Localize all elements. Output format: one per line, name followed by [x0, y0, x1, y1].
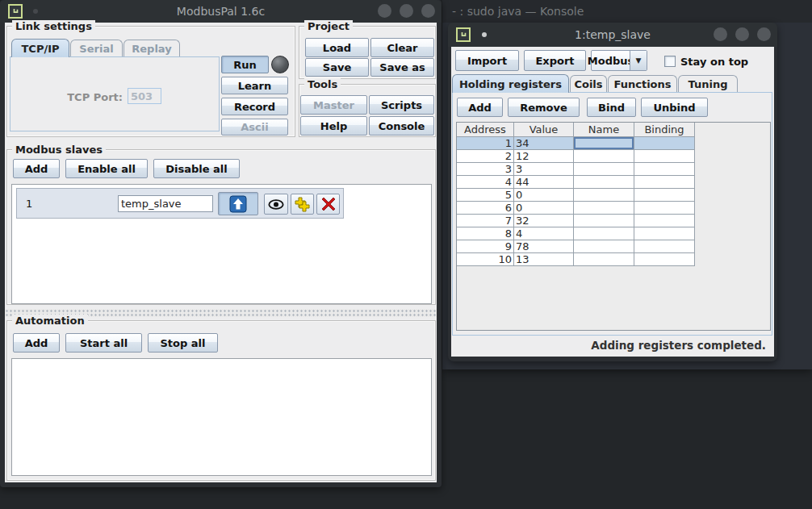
save-as-button[interactable]: Save as — [370, 58, 434, 77]
tab-coils[interactable]: Coils — [570, 75, 607, 93]
register-cell[interactable] — [634, 137, 695, 150]
stop-all-button[interactable]: Stop all — [148, 333, 218, 353]
minimize-button[interactable] — [378, 4, 391, 18]
register-cell[interactable]: 10 — [457, 253, 514, 266]
register-cell[interactable] — [574, 240, 634, 253]
column-header-name[interactable]: Name — [574, 123, 634, 137]
register-cell[interactable]: 0 — [514, 202, 574, 215]
help-button[interactable]: Help — [300, 116, 367, 136]
register-cell[interactable] — [634, 215, 695, 227]
register-row[interactable]: 60 — [457, 202, 770, 215]
register-cell[interactable]: 3 — [514, 163, 574, 176]
disable-all-button[interactable]: Disable all — [153, 159, 240, 178]
register-row[interactable]: 444 — [457, 176, 770, 189]
slave-enabled-toggle[interactable] — [218, 192, 258, 215]
column-header-address[interactable]: Address — [457, 123, 514, 137]
export-button[interactable]: Export — [524, 50, 586, 71]
delete-slave-button[interactable] — [316, 194, 340, 215]
register-cell[interactable]: 44 — [514, 176, 574, 189]
close-button[interactable] — [757, 27, 771, 41]
register-cell[interactable] — [634, 240, 695, 253]
register-cell[interactable] — [574, 176, 634, 189]
mode-combobox[interactable]: Modbus ▼ — [591, 50, 647, 71]
register-cell[interactable] — [634, 202, 695, 215]
column-header-binding[interactable]: Binding — [634, 123, 695, 137]
start-all-button[interactable]: Start all — [65, 333, 142, 353]
register-cell[interactable]: 13 — [514, 253, 574, 266]
register-cell[interactable]: 4 — [457, 176, 514, 189]
register-cell[interactable] — [634, 150, 695, 163]
register-cell[interactable] — [574, 189, 634, 202]
register-cell[interactable]: 9 — [457, 240, 514, 253]
run-button[interactable]: Run — [221, 56, 269, 73]
slave-row[interactable]: 1 — [16, 188, 344, 219]
register-remove-button[interactable]: Remove — [508, 98, 580, 117]
register-row[interactable]: 732 — [457, 215, 770, 227]
register-cell[interactable] — [574, 150, 634, 163]
register-cell[interactable]: 4 — [514, 227, 574, 240]
register-cell[interactable] — [634, 253, 695, 266]
register-cell[interactable]: 1 — [457, 137, 514, 150]
register-cell[interactable]: 7 — [457, 215, 514, 227]
slave-body: Import Export Modbus ▼ Stay on top Holdi… — [451, 47, 774, 357]
column-header-value[interactable]: Value — [514, 123, 574, 137]
modbuspal-titlebar[interactable]: ModbusPal 1.6c — [0, 0, 442, 23]
add-automation-button[interactable] — [291, 194, 314, 215]
register-cell[interactable] — [574, 163, 634, 176]
register-row[interactable]: 50 — [457, 189, 770, 202]
register-cell[interactable] — [634, 189, 695, 202]
unbind-button[interactable]: Unbind — [641, 98, 708, 117]
bind-button[interactable]: Bind — [587, 98, 636, 117]
enable-all-button[interactable]: Enable all — [65, 159, 148, 178]
watch-slave-button[interactable] — [264, 194, 288, 215]
scripts-button[interactable]: Scripts — [369, 95, 434, 115]
register-cell[interactable] — [634, 176, 695, 189]
register-add-button[interactable]: Add — [457, 98, 503, 117]
register-row[interactable]: 134 — [457, 137, 770, 150]
register-row[interactable]: 33 — [457, 163, 770, 176]
tab-holding-registers[interactable]: Holding registers — [452, 74, 569, 93]
register-cell[interactable]: 5 — [457, 189, 514, 202]
record-button[interactable]: Record — [221, 98, 288, 115]
register-cell[interactable]: 32 — [514, 215, 574, 227]
register-cell[interactable] — [634, 163, 695, 176]
save-button[interactable]: Save — [305, 58, 369, 77]
register-cell[interactable]: 8 — [457, 227, 514, 240]
import-button[interactable]: Import — [455, 50, 519, 71]
register-cell[interactable]: 0 — [514, 189, 574, 202]
register-cell[interactable]: 6 — [457, 202, 514, 215]
tab-tuning[interactable]: Tuning — [678, 75, 738, 93]
tab-tcpip[interactable]: TCP/IP — [11, 39, 69, 57]
slave-name-input[interactable] — [118, 195, 213, 212]
register-cell[interactable]: 34 — [514, 137, 574, 150]
register-cell[interactable] — [574, 215, 634, 227]
minimize-button[interactable] — [714, 27, 727, 41]
register-cell[interactable] — [574, 202, 634, 215]
console-button[interactable]: Console — [369, 116, 434, 136]
tab-functions[interactable]: Functions — [608, 75, 677, 93]
maximize-button[interactable] — [400, 4, 413, 18]
register-row[interactable]: 84 — [457, 227, 770, 240]
slave-titlebar[interactable]: 1:temp_slave — [448, 23, 777, 47]
register-cell[interactable] — [634, 227, 695, 240]
register-cell[interactable]: 12 — [514, 150, 574, 163]
register-row[interactable]: 1013 — [457, 253, 770, 266]
slave-add-button[interactable]: Add — [13, 159, 60, 178]
register-row[interactable]: 978 — [457, 240, 770, 253]
register-cell[interactable]: 2 — [457, 150, 514, 163]
register-cell[interactable] — [574, 227, 634, 240]
register-cell[interactable]: 3 — [457, 163, 514, 176]
learn-button[interactable]: Learn — [221, 77, 288, 94]
stay-on-top-checkbox[interactable] — [664, 56, 676, 67]
register-cell[interactable]: 78 — [514, 240, 574, 253]
close-button[interactable] — [421, 4, 435, 18]
chevron-down-icon[interactable]: ▼ — [630, 51, 647, 70]
register-cell[interactable] — [574, 137, 634, 150]
maximize-button[interactable] — [735, 27, 749, 41]
register-cell[interactable] — [574, 253, 634, 266]
automation-add-button[interactable]: Add — [13, 333, 60, 353]
load-button[interactable]: Load — [305, 38, 369, 57]
clear-button[interactable]: Clear — [370, 38, 434, 57]
tcp-port-input[interactable] — [128, 88, 161, 104]
register-row[interactable]: 212 — [457, 150, 770, 163]
